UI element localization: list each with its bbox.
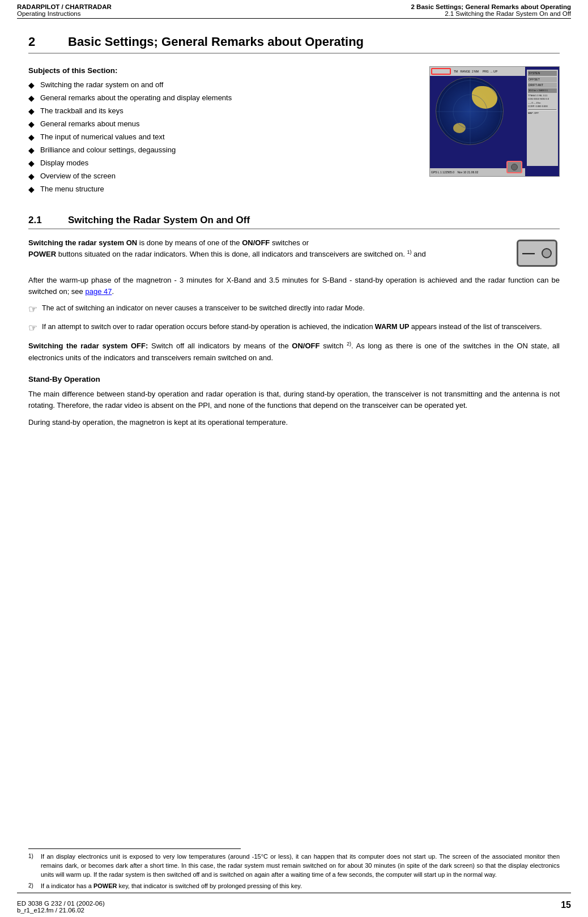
footnote-power-bold: POWER bbox=[93, 882, 117, 889]
bullet-item-6: ◆ Brilliance and colour settings, degaus… bbox=[28, 146, 419, 155]
standby-heading: Stand-By Operation bbox=[28, 374, 560, 386]
bullet-item-7: ◆ Display modes bbox=[28, 159, 419, 168]
radar-image-inner: TM RANGE 2 NM PRG ... UP bbox=[430, 67, 559, 176]
bullet-item-9: ◆ The menu structure bbox=[28, 185, 419, 194]
bullet-item-3: ◆ The trackball and its keys bbox=[28, 106, 419, 116]
standby-para-1: The main difference between stand-by ope… bbox=[28, 389, 560, 411]
bullet-text-7: Display modes bbox=[40, 159, 88, 167]
footnote-ref-1: 1) bbox=[407, 249, 411, 255]
note-text-2: If an attempt to switch over to radar op… bbox=[42, 322, 560, 332]
header-right-sub: 2.1 Switching the Radar System On and Of… bbox=[411, 10, 571, 17]
onoff-switch-label: ON/OFF bbox=[292, 342, 319, 351]
section-number: 2.1 bbox=[28, 215, 68, 226]
note-icon-2: ☞ bbox=[28, 321, 37, 336]
header-product-name: RADARPILOT / CHARTRADAR bbox=[17, 3, 112, 10]
bullet-diamond-icon: ◆ bbox=[28, 185, 35, 194]
chapter-heading: 2 Basic Settings; General Remarks about … bbox=[28, 35, 560, 54]
bullet-item-1: ◆ Switching the radar system on and off bbox=[28, 80, 419, 89]
bullet-item-4: ◆ General remarks about menus bbox=[28, 120, 419, 129]
footer-rule bbox=[17, 893, 571, 893]
power-cont: buttons situated on the radar indicators… bbox=[58, 250, 426, 258]
radar-top-panel: TM RANGE 2 NM PRG ... UP bbox=[430, 67, 525, 76]
footnote-num-2: 2) bbox=[28, 882, 37, 891]
bullet-diamond-icon: ◆ bbox=[28, 93, 35, 103]
switch-box-graphic: — bbox=[517, 240, 557, 267]
footnote-section: 1) If an display electronics unit is exp… bbox=[0, 848, 588, 893]
bullet-text-8: Overview of the screen bbox=[40, 172, 116, 180]
footnote-rule bbox=[28, 848, 241, 849]
bullet-diamond-icon: ◆ bbox=[28, 106, 35, 116]
page: RADARPILOT / CHARTRADAR Operating Instru… bbox=[0, 0, 588, 917]
footnote-text-1: If an display electronics unit is expose… bbox=[41, 852, 560, 880]
warmup-label: WARM UP bbox=[375, 323, 409, 331]
chapter-number: 2 bbox=[28, 35, 68, 49]
note-2: ☞ If an attempt to switch over to radar … bbox=[28, 322, 560, 336]
main-content: 2 Basic Settings; General Remarks about … bbox=[0, 19, 588, 641]
note-text-1: The act of switching an indicator on nev… bbox=[42, 303, 560, 314]
bullet-item-2: ◆ General remarks about the operating an… bbox=[28, 93, 419, 103]
page-number: 15 bbox=[561, 900, 571, 914]
bullet-text-5: The input of numerical values and text bbox=[40, 133, 165, 141]
radar-red-highlight bbox=[431, 68, 451, 75]
radar-ppi-screen bbox=[436, 77, 504, 145]
bullet-item-5: ◆ The input of numerical values and text bbox=[28, 133, 419, 142]
page-footer: ED 3038 G 232 / 01 (2002-06) b_r1_e12.fm… bbox=[0, 897, 588, 917]
chapter-title: Basic Settings; General Remarks about Op… bbox=[68, 35, 364, 49]
note-1: ☞ The act of switching an indicator on n… bbox=[28, 303, 560, 317]
bullet-text-2: General remarks about the operating and … bbox=[40, 93, 232, 102]
radar-screenshot: TM RANGE 2 NM PRG ... UP bbox=[429, 66, 560, 177]
switch-image-area: — bbox=[514, 240, 560, 267]
switch-circle-icon bbox=[542, 248, 552, 258]
footnote-2: 2) If a indicator has a POWER key, that … bbox=[28, 882, 560, 891]
footnote-ref-2: 2) bbox=[347, 341, 351, 347]
footer-left: ED 3038 G 232 / 01 (2002-06) b_r1_e12.fm… bbox=[17, 900, 105, 914]
bullet-list-area: Subjects of this Section: ◆ Switching th… bbox=[28, 66, 419, 198]
bullet-diamond-icon: ◆ bbox=[28, 159, 35, 168]
body-section: After the warm-up phase of the magnetron… bbox=[28, 275, 560, 428]
switching-on-text: Switching the radar system ON is done by… bbox=[28, 237, 503, 267]
radar-right-panel: SYSTEN OFFSET DRIFT ANT 10.0 kn > 3 AIS … bbox=[527, 70, 558, 166]
page-link[interactable]: page 47 bbox=[85, 287, 112, 296]
bullet-diamond-icon: ◆ bbox=[28, 80, 35, 89]
bullet-text-6: Brilliance and colour settings, degaussi… bbox=[40, 146, 176, 154]
section-2-1-heading: 2.1 Switching the Radar System On and Of… bbox=[28, 215, 560, 229]
footnote-text-2: If a indicator has a POWER key, that ind… bbox=[41, 882, 302, 891]
footnote-num-1: 1) bbox=[28, 852, 37, 880]
switching-off-label: Switching the radar system OFF: bbox=[28, 342, 148, 351]
switches-text: switches or bbox=[272, 238, 309, 247]
switching-on-section: Switching the radar system ON is done by… bbox=[28, 237, 560, 267]
radar-lines-svg bbox=[436, 78, 503, 144]
warmup-para: After the warm-up phase of the magnetron… bbox=[28, 275, 560, 297]
subjects-title: Subjects of this Section: bbox=[28, 66, 419, 75]
section-title: Switching the Radar System On and Off bbox=[68, 215, 250, 226]
bullet-diamond-icon: ◆ bbox=[28, 133, 35, 142]
switching-on-label: Switching the radar system ON bbox=[28, 238, 137, 247]
bullet-text-9: The menu structure bbox=[40, 185, 104, 193]
footer-file: b_r1_e12.fm / 21.06.02 bbox=[17, 907, 105, 914]
section-intro: Subjects of this Section: ◆ Switching th… bbox=[28, 66, 560, 198]
page-header: RADARPILOT / CHARTRADAR Operating Instru… bbox=[0, 0, 588, 18]
header-right-title: 2 Basic Settings; General Remarks about … bbox=[411, 3, 571, 10]
bullet-text-1: Switching the radar system on and off bbox=[40, 80, 163, 89]
switch-dash-icon: — bbox=[522, 246, 535, 261]
bullet-text-4: General remarks about menus bbox=[40, 120, 140, 128]
header-left: RADARPILOT / CHARTRADAR Operating Instru… bbox=[17, 3, 112, 17]
header-right: 2 Basic Settings; General Remarks about … bbox=[411, 3, 571, 17]
bullet-diamond-icon: ◆ bbox=[28, 146, 35, 155]
bullet-item-8: ◆ Overview of the screen bbox=[28, 172, 419, 181]
switching-on-body: is done by means of one of the bbox=[139, 238, 242, 247]
standby-para-2: During stand-by operation, the magnetron… bbox=[28, 417, 560, 428]
spacer bbox=[0, 641, 588, 848]
footnote-1: 1) If an display electronics unit is exp… bbox=[28, 852, 560, 880]
bullet-text-3: The trackball and its keys bbox=[40, 106, 123, 115]
bullet-diamond-icon: ◆ bbox=[28, 120, 35, 129]
header-doc-type: Operating Instructions bbox=[17, 10, 112, 17]
bullet-diamond-icon: ◆ bbox=[28, 172, 35, 181]
footer-doc-id: ED 3038 G 232 / 01 (2002-06) bbox=[17, 900, 105, 907]
switching-off-para: Switching the radar system OFF: Switch o… bbox=[28, 340, 560, 364]
power-label: POWER bbox=[28, 250, 56, 258]
note-icon-1: ☞ bbox=[28, 302, 37, 317]
onoff-label: ON/OFF bbox=[242, 238, 270, 247]
radar-bottom-button bbox=[506, 161, 522, 173]
